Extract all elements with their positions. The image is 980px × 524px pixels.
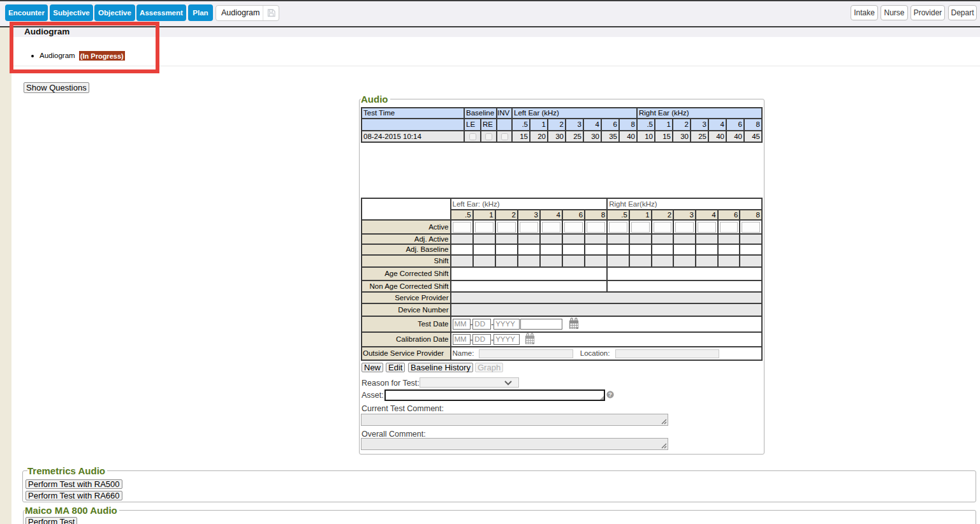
svg-text:?: ? xyxy=(608,391,612,398)
